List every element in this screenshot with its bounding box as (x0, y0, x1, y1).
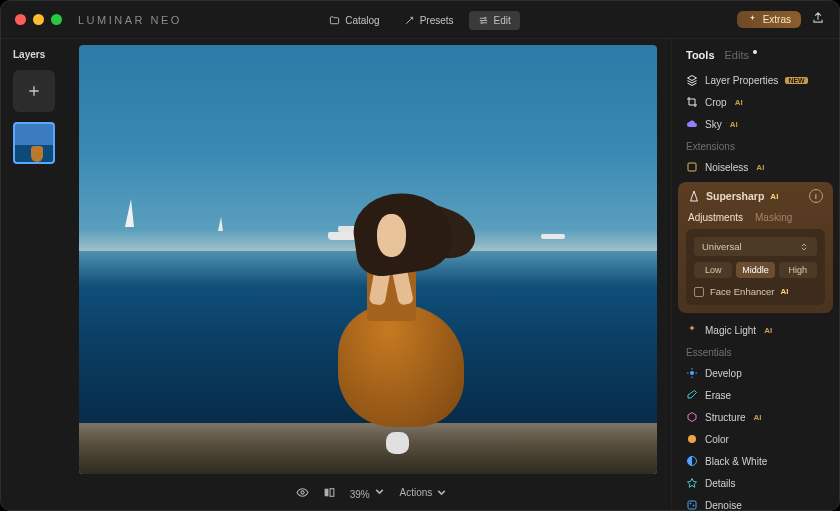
nav-edit[interactable]: Edit (469, 11, 520, 30)
nav-presets[interactable]: Presets (395, 11, 463, 30)
compare-button[interactable] (323, 486, 336, 499)
svg-rect-3 (324, 488, 328, 496)
subtab-masking[interactable]: Masking (755, 212, 792, 223)
actions-label: Actions (400, 487, 433, 498)
tool-label: Color (705, 434, 729, 445)
tool-details[interactable]: Details (672, 472, 839, 494)
supersharp-subtabs: Adjustments Masking (678, 210, 833, 229)
denoise-icon (686, 499, 698, 510)
zoom-dropdown[interactable]: 39% (350, 485, 386, 500)
app-window: LUMINAR NEO Catalog Presets Edit Extras (0, 0, 840, 511)
tab-tools[interactable]: Tools (686, 49, 715, 61)
svg-point-11 (693, 505, 694, 506)
tool-erase[interactable]: Erase (672, 384, 839, 406)
tool-noiseless[interactable]: Noiseless AI (672, 156, 839, 178)
info-button[interactable]: i (809, 189, 823, 203)
maximize-window-button[interactable] (51, 14, 62, 25)
add-layer-button[interactable] (13, 70, 55, 112)
tool-denoise[interactable]: Denoise (672, 494, 839, 510)
strength-high[interactable]: High (779, 262, 817, 278)
wand-icon (404, 15, 415, 26)
mode-select[interactable]: Universal (694, 237, 817, 256)
canvas-toolbar: 39% Actions (79, 474, 665, 510)
chevron-down-icon (435, 486, 448, 499)
strength-low[interactable]: Low (694, 262, 732, 278)
crop-icon (686, 96, 698, 108)
svg-rect-9 (688, 501, 696, 509)
plus-icon (26, 83, 42, 99)
extras-button[interactable]: Extras (737, 11, 801, 28)
develop-icon (686, 367, 698, 379)
tool-structure[interactable]: Structure AI (672, 406, 839, 428)
svg-rect-4 (330, 488, 334, 496)
svg-rect-5 (688, 163, 696, 171)
sparkle-icon (686, 324, 698, 336)
bw-icon (686, 455, 698, 467)
close-window-button[interactable] (15, 14, 26, 25)
extras-label: Extras (763, 14, 791, 25)
ai-badge: AI (756, 163, 764, 172)
strength-middle[interactable]: Middle (736, 262, 774, 278)
tool-label: Develop (705, 368, 742, 379)
layer-thumbnail-selected[interactable] (13, 122, 55, 164)
sparkle-icon (747, 14, 758, 25)
tool-label: Erase (705, 390, 731, 401)
tool-color[interactable]: Color (672, 428, 839, 450)
ai-badge: AI (754, 413, 762, 422)
tool-bw[interactable]: Black & White (672, 450, 839, 472)
titlebar: LUMINAR NEO Catalog Presets Edit Extras (1, 1, 839, 39)
ai-badge: AI (764, 326, 772, 335)
panel-tabs: Tools Edits (672, 49, 839, 69)
mode-value: Universal (702, 241, 742, 252)
noise-icon (686, 161, 698, 173)
tool-label: Noiseless (705, 162, 748, 173)
checkbox-icon (694, 287, 704, 297)
structure-icon (686, 411, 698, 423)
updown-icon (799, 242, 809, 252)
cloud-icon (686, 118, 698, 130)
supersharp-form: Universal Low Middle High Face Enhancer … (686, 229, 825, 305)
tools-panel: Tools Edits Layer Properties NEW Crop AI… (671, 39, 839, 510)
svg-point-1 (480, 21, 482, 23)
sharpen-icon (688, 190, 700, 202)
eye-icon (296, 486, 309, 499)
zoom-value: 39% (350, 489, 370, 500)
svg-point-7 (688, 435, 696, 443)
tool-sky[interactable]: Sky AI (672, 113, 839, 135)
tool-crop[interactable]: Crop AI (672, 91, 839, 113)
eraser-icon (686, 389, 698, 401)
app-brand: LUMINAR NEO (78, 14, 182, 26)
section-essentials: Essentials (672, 341, 839, 362)
compare-icon (323, 486, 336, 499)
face-enhancer-checkbox[interactable]: Face Enhancer AI (694, 286, 817, 297)
canvas-area: 39% Actions (79, 39, 671, 510)
tool-magic-light[interactable]: Magic Light AI (672, 319, 839, 341)
actions-dropdown[interactable]: Actions (400, 486, 449, 499)
ai-badge: AI (780, 287, 788, 296)
layers-icon (686, 74, 698, 86)
nav-catalog[interactable]: Catalog (320, 11, 388, 30)
supersharp-header[interactable]: Supersharp AI i (678, 182, 833, 210)
ai-badge: AI (735, 98, 743, 107)
share-icon (811, 11, 825, 25)
share-button[interactable] (811, 11, 825, 29)
layers-heading: Layers (13, 49, 67, 60)
subtab-adjustments[interactable]: Adjustments (688, 212, 743, 223)
image-canvas[interactable] (79, 45, 657, 474)
minimize-window-button[interactable] (33, 14, 44, 25)
tool-layer-properties[interactable]: Layer Properties NEW (672, 69, 839, 91)
svg-point-10 (690, 503, 691, 504)
details-icon (686, 477, 698, 489)
color-icon (686, 433, 698, 445)
tool-label: Magic Light (705, 325, 756, 336)
layers-panel: Layers (1, 39, 79, 510)
tool-label: Structure (705, 412, 746, 423)
face-enhancer-label: Face Enhancer (710, 286, 774, 297)
tool-develop[interactable]: Develop (672, 362, 839, 384)
tab-edits[interactable]: Edits (725, 49, 749, 61)
window-controls (15, 14, 62, 25)
tool-label: Details (705, 478, 736, 489)
tool-label: Supersharp (706, 190, 764, 202)
toggle-preview-button[interactable] (296, 486, 309, 499)
tool-label: Layer Properties (705, 75, 778, 86)
